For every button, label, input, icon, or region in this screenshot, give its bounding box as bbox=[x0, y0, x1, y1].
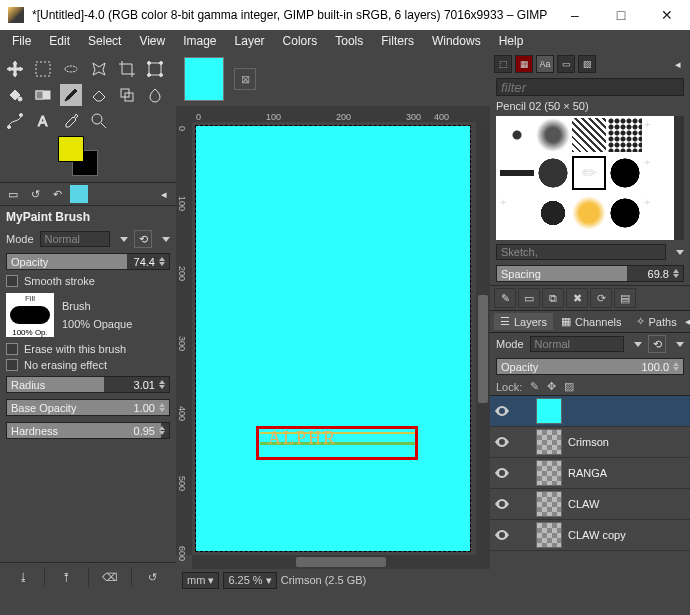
color-swatches[interactable] bbox=[58, 136, 98, 176]
menu-edit[interactable]: Edit bbox=[41, 32, 78, 50]
clone-tool[interactable] bbox=[116, 84, 138, 106]
layer-opacity-slider[interactable]: Opacity 100.0 bbox=[496, 358, 684, 375]
rect-select-tool[interactable] bbox=[32, 58, 54, 80]
dock-menu-arrow-icon[interactable]: ◂ bbox=[156, 186, 172, 202]
fuzzy-select-tool[interactable] bbox=[88, 58, 110, 80]
menu-filters[interactable]: Filters bbox=[373, 32, 422, 50]
crop-tool[interactable] bbox=[116, 58, 138, 80]
visibility-eye-icon[interactable] bbox=[494, 496, 510, 512]
menu-colors[interactable]: Colors bbox=[275, 32, 326, 50]
layer-name[interactable]: Crimson bbox=[568, 436, 609, 448]
brush-preview[interactable]: Fill 100% Op. bbox=[6, 293, 54, 337]
radius-slider[interactable]: Radius 3.01 bbox=[6, 376, 170, 393]
layer-name[interactable]: CLAW bbox=[568, 498, 599, 510]
visibility-eye-icon[interactable] bbox=[494, 434, 510, 450]
mode-reset-button[interactable]: ⟲ bbox=[134, 230, 152, 248]
tab-channels[interactable]: ▦Channels bbox=[555, 313, 627, 330]
history-tab-icon[interactable]: ▭ bbox=[557, 55, 575, 73]
menu-file[interactable]: File bbox=[4, 32, 39, 50]
tab-paths[interactable]: ✧Paths bbox=[630, 313, 683, 330]
spacing-slider[interactable]: Spacing 69.8 bbox=[496, 265, 684, 282]
images-tab-icon[interactable] bbox=[70, 185, 88, 203]
minimize-button[interactable]: – bbox=[552, 0, 598, 30]
tool-options-tab-icon[interactable]: ▭ bbox=[4, 185, 22, 203]
opacity-slider[interactable]: Opacity 74.4 bbox=[6, 253, 170, 270]
menu-image[interactable]: Image bbox=[175, 32, 224, 50]
visibility-eye-icon[interactable] bbox=[494, 403, 510, 419]
vertical-scrollbar[interactable] bbox=[476, 122, 490, 555]
bucket-fill-tool[interactable] bbox=[4, 84, 26, 106]
horizontal-scrollbar[interactable] bbox=[192, 555, 490, 569]
maximize-button[interactable]: □ bbox=[598, 0, 644, 30]
dock-menu-arrow-icon[interactable]: ◂ bbox=[670, 56, 686, 72]
gradients-tab-icon[interactable]: ▨ bbox=[578, 55, 596, 73]
layer-mode-reset-button[interactable]: ⟲ bbox=[648, 335, 666, 353]
canvas[interactable]: ALPHR bbox=[196, 126, 470, 551]
image-tab-thumb[interactable] bbox=[184, 57, 224, 101]
close-image-tab-button[interactable]: ⊠ bbox=[234, 68, 256, 90]
brushes-tab-icon[interactable]: ⬚ bbox=[494, 55, 512, 73]
tab-layers[interactable]: ☰Layers bbox=[494, 313, 553, 330]
mode-select[interactable]: Normal bbox=[40, 231, 110, 247]
erase-with-brush-checkbox[interactable] bbox=[6, 343, 18, 355]
transform-tool[interactable] bbox=[144, 58, 166, 80]
eraser-tool[interactable] bbox=[88, 84, 110, 106]
layer-mode-select[interactable]: Normal bbox=[530, 336, 624, 352]
menu-layer[interactable]: Layer bbox=[227, 32, 273, 50]
brush-preset-select[interactable]: Sketch, bbox=[496, 244, 666, 260]
hardness-slider[interactable]: Hardness 0.95 bbox=[6, 422, 170, 439]
restore-presets-button[interactable]: ⭱ bbox=[45, 567, 88, 587]
mypaint-brush-tool[interactable] bbox=[60, 84, 82, 106]
lock-position-icon[interactable]: ✥ bbox=[547, 380, 556, 393]
reset-defaults-button[interactable]: ↺ bbox=[132, 567, 174, 587]
smudge-tool[interactable] bbox=[144, 84, 166, 106]
menu-select[interactable]: Select bbox=[80, 32, 129, 50]
zoom-select[interactable]: 6.25 % ▾ bbox=[223, 572, 276, 589]
free-select-tool[interactable] bbox=[60, 58, 82, 80]
lock-pixels-icon[interactable]: ✎ bbox=[530, 380, 539, 393]
save-presets-button[interactable]: ⭳ bbox=[2, 567, 45, 587]
layer-name[interactable]: RANGA bbox=[568, 467, 607, 479]
path-tool[interactable] bbox=[4, 110, 26, 132]
brush-filter-input[interactable] bbox=[496, 78, 684, 96]
close-button[interactable]: ✕ bbox=[644, 0, 690, 30]
fg-color-swatch[interactable] bbox=[58, 136, 84, 162]
layer-name[interactable]: CLAW copy bbox=[568, 529, 626, 541]
undo-history-tab-icon[interactable]: ↶ bbox=[48, 185, 66, 203]
delete-preset-button[interactable]: ⌫ bbox=[89, 567, 132, 587]
brushes-scrollbar[interactable] bbox=[674, 116, 684, 240]
open-as-image-button[interactable]: ▤ bbox=[614, 288, 636, 308]
menu-view[interactable]: View bbox=[131, 32, 173, 50]
lock-alpha-icon[interactable]: ▨ bbox=[564, 380, 574, 393]
patterns-tab-icon[interactable]: ▦ bbox=[515, 55, 533, 73]
ruler-vertical[interactable]: 0 100 200 300 400 500 600 bbox=[176, 122, 192, 555]
visibility-eye-icon[interactable] bbox=[494, 527, 510, 543]
no-erasing-checkbox[interactable] bbox=[6, 359, 18, 371]
canvas-viewport[interactable]: ALPHR bbox=[192, 122, 490, 555]
zoom-tool[interactable] bbox=[88, 110, 110, 132]
fonts-tab-icon[interactable]: Aa bbox=[536, 55, 554, 73]
layer-row[interactable]: RANGA bbox=[490, 458, 690, 489]
refresh-brushes-button[interactable]: ⟳ bbox=[590, 288, 612, 308]
edit-brush-button[interactable]: ✎ bbox=[494, 288, 516, 308]
text-tool[interactable]: A bbox=[32, 110, 54, 132]
brushes-grid[interactable]: + ✏ + + + bbox=[496, 116, 684, 240]
layer-row[interactable]: CLAW bbox=[490, 489, 690, 520]
menu-tools[interactable]: Tools bbox=[327, 32, 371, 50]
layer-row[interactable] bbox=[490, 396, 690, 427]
unit-select[interactable]: mm ▾ bbox=[182, 572, 219, 589]
device-status-tab-icon[interactable]: ↺ bbox=[26, 185, 44, 203]
menu-windows[interactable]: Windows bbox=[424, 32, 489, 50]
visibility-eye-icon[interactable] bbox=[494, 465, 510, 481]
ruler-horizontal[interactable]: 0 100 200 300 400 bbox=[176, 106, 490, 122]
new-brush-button[interactable]: ▭ bbox=[518, 288, 540, 308]
gradient-tool[interactable] bbox=[32, 84, 54, 106]
layer-row[interactable]: CLAW copy bbox=[490, 520, 690, 551]
smooth-stroke-checkbox[interactable] bbox=[6, 275, 18, 287]
menu-help[interactable]: Help bbox=[491, 32, 532, 50]
dock-menu-arrow-icon[interactable]: ◂ bbox=[685, 313, 690, 329]
move-tool[interactable] bbox=[4, 58, 26, 80]
layer-row[interactable]: Crimson bbox=[490, 427, 690, 458]
color-picker-tool[interactable] bbox=[60, 110, 82, 132]
base-opacity-slider[interactable]: Base Opacity 1.00 bbox=[6, 399, 170, 416]
